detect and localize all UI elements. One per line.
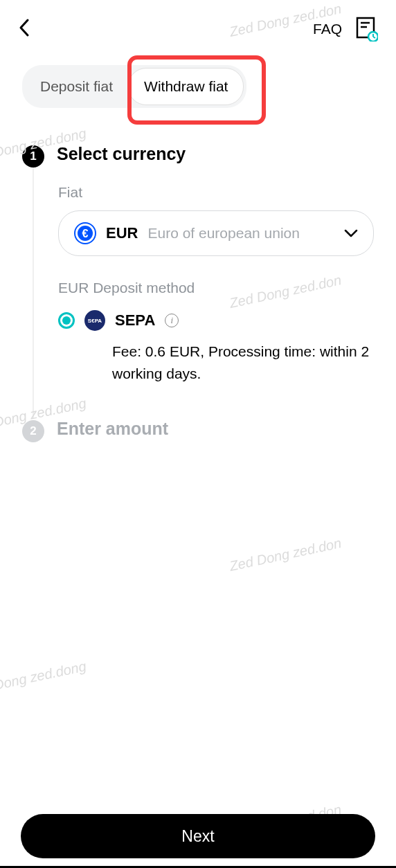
- currency-select[interactable]: € EUR Euro of european union: [58, 210, 374, 256]
- step-1-header: 1 Select currency: [22, 144, 374, 168]
- tab-deposit-fiat[interactable]: Deposit fiat: [25, 69, 128, 105]
- document-clock-icon[interactable]: [354, 17, 378, 42]
- step-number-2: 2: [22, 420, 44, 442]
- radio-inner: [62, 316, 71, 325]
- currency-name: Euro of european union: [147, 225, 334, 242]
- radio-sepa[interactable]: [58, 312, 75, 329]
- chevron-left-icon: [18, 18, 30, 37]
- tab-withdraw-fiat[interactable]: Withdraw fiat: [128, 68, 244, 105]
- fiat-label: Fiat: [58, 184, 374, 201]
- step-2-header: 2 Enter amount: [22, 419, 374, 442]
- watermark: Zed Dong zed.don: [228, 535, 343, 575]
- chevron-down-icon: [344, 229, 358, 237]
- method-row-sepa: S€PA SEPA i: [58, 310, 374, 331]
- steps-container: 1 Select currency Fiat € EUR Euro of eur…: [0, 119, 396, 442]
- method-name-sepa: SEPA: [115, 311, 155, 329]
- method-description: Fee: 0.6 EUR, Processing time: within 2 …: [112, 341, 374, 384]
- step-number-1: 1: [22, 145, 44, 168]
- header: FAQ: [0, 0, 396, 54]
- tabs: Deposit fiat Withdraw fiat: [22, 65, 246, 108]
- step-title-select-currency: Select currency: [57, 144, 186, 164]
- watermark: Dong zed.dong: [0, 658, 88, 694]
- deposit-method-label: EUR Deposit method: [58, 280, 374, 296]
- euro-icon: €: [74, 222, 96, 244]
- next-button[interactable]: Next: [21, 814, 375, 858]
- sepa-badge-icon: S€PA: [84, 310, 105, 331]
- step-title-enter-amount: Enter amount: [57, 419, 168, 439]
- header-right: FAQ: [313, 17, 378, 42]
- currency-code: EUR: [106, 224, 138, 242]
- tabs-container: Deposit fiat Withdraw fiat: [0, 54, 396, 119]
- info-icon[interactable]: i: [165, 314, 179, 327]
- svg-text:€: €: [82, 228, 89, 239]
- faq-link[interactable]: FAQ: [313, 21, 342, 37]
- step-1-body: Fiat € EUR Euro of european union EUR De…: [33, 168, 374, 419]
- back-button[interactable]: [18, 18, 30, 40]
